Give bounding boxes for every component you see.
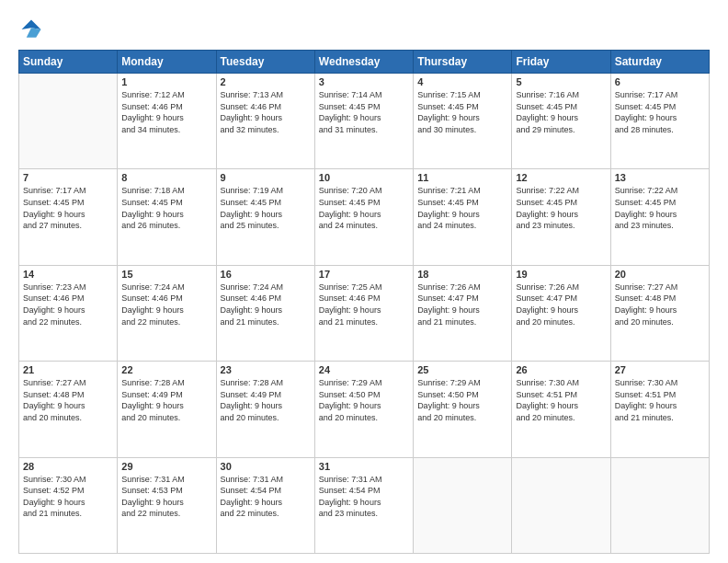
calendar-cell: 21Sunrise: 7:27 AM Sunset: 4:48 PM Dayli… xyxy=(19,362,118,457)
day-info: Sunrise: 7:16 AM Sunset: 4:45 PM Dayligh… xyxy=(516,89,606,135)
calendar-cell: 12Sunrise: 7:22 AM Sunset: 4:45 PM Dayli… xyxy=(512,169,610,265)
calendar-cell: 28Sunrise: 7:30 AM Sunset: 4:52 PM Dayli… xyxy=(19,457,118,553)
calendar-cell: 3Sunrise: 7:14 AM Sunset: 4:45 PM Daylig… xyxy=(314,74,413,169)
calendar-cell: 27Sunrise: 7:30 AM Sunset: 4:51 PM Dayli… xyxy=(610,362,709,457)
day-number: 28 xyxy=(23,461,113,472)
day-number: 20 xyxy=(615,269,705,280)
calendar-week-4: 28Sunrise: 7:30 AM Sunset: 4:52 PM Dayli… xyxy=(19,457,710,553)
day-info: Sunrise: 7:20 AM Sunset: 4:45 PM Dayligh… xyxy=(319,185,409,231)
day-info: Sunrise: 7:23 AM Sunset: 4:46 PM Dayligh… xyxy=(23,282,113,327)
day-number: 11 xyxy=(417,172,507,183)
day-number: 16 xyxy=(221,269,311,280)
day-number: 23 xyxy=(221,364,311,375)
day-number: 18 xyxy=(417,269,507,280)
day-info: Sunrise: 7:13 AM Sunset: 4:46 PM Dayligh… xyxy=(221,89,311,135)
day-info: Sunrise: 7:25 AM Sunset: 4:46 PM Dayligh… xyxy=(319,282,409,327)
weekday-header-monday: Monday xyxy=(118,51,216,74)
calendar-cell: 17Sunrise: 7:25 AM Sunset: 4:46 PM Dayli… xyxy=(314,265,413,361)
day-number: 14 xyxy=(23,269,113,280)
weekday-header-thursday: Thursday xyxy=(414,51,512,74)
day-number: 13 xyxy=(615,172,705,183)
day-number: 22 xyxy=(121,364,211,375)
day-info: Sunrise: 7:31 AM Sunset: 4:54 PM Dayligh… xyxy=(319,474,409,520)
day-info: Sunrise: 7:28 AM Sunset: 4:49 PM Dayligh… xyxy=(121,377,211,423)
day-info: Sunrise: 7:19 AM Sunset: 4:45 PM Dayligh… xyxy=(221,185,311,231)
weekday-header-sunday: Sunday xyxy=(19,51,118,74)
weekday-header-friday: Friday xyxy=(512,51,610,74)
weekday-header-row: SundayMondayTuesdayWednesdayThursdayFrid… xyxy=(19,51,710,74)
calendar-cell: 4Sunrise: 7:15 AM Sunset: 4:45 PM Daylig… xyxy=(414,74,512,169)
calendar-cell: 13Sunrise: 7:22 AM Sunset: 4:45 PM Dayli… xyxy=(610,169,709,265)
page: SundayMondayTuesdayWednesdayThursdayFrid… xyxy=(0,0,728,563)
calendar-week-1: 7Sunrise: 7:17 AM Sunset: 4:45 PM Daylig… xyxy=(19,169,710,265)
day-number: 17 xyxy=(319,269,409,280)
day-info: Sunrise: 7:22 AM Sunset: 4:45 PM Dayligh… xyxy=(615,185,705,231)
day-info: Sunrise: 7:21 AM Sunset: 4:45 PM Dayligh… xyxy=(417,185,507,231)
calendar-header: SundayMondayTuesdayWednesdayThursdayFrid… xyxy=(19,51,710,74)
calendar-cell xyxy=(414,457,512,553)
weekday-header-saturday: Saturday xyxy=(610,51,709,74)
day-number: 24 xyxy=(319,364,409,375)
calendar-cell: 29Sunrise: 7:31 AM Sunset: 4:53 PM Dayli… xyxy=(118,457,216,553)
calendar-cell: 9Sunrise: 7:19 AM Sunset: 4:45 PM Daylig… xyxy=(216,169,314,265)
day-number: 12 xyxy=(516,172,606,183)
day-info: Sunrise: 7:29 AM Sunset: 4:50 PM Dayligh… xyxy=(417,377,507,423)
calendar-table: SundayMondayTuesdayWednesdayThursdayFrid… xyxy=(18,50,710,554)
calendar-cell: 10Sunrise: 7:20 AM Sunset: 4:45 PM Dayli… xyxy=(314,169,413,265)
calendar-cell: 1Sunrise: 7:12 AM Sunset: 4:46 PM Daylig… xyxy=(118,74,216,169)
day-info: Sunrise: 7:30 AM Sunset: 4:52 PM Dayligh… xyxy=(23,474,113,520)
weekday-header-tuesday: Tuesday xyxy=(216,51,314,74)
calendar-cell: 16Sunrise: 7:24 AM Sunset: 4:46 PM Dayli… xyxy=(216,265,314,361)
calendar-cell: 23Sunrise: 7:28 AM Sunset: 4:49 PM Dayli… xyxy=(216,362,314,457)
day-info: Sunrise: 7:30 AM Sunset: 4:51 PM Dayligh… xyxy=(516,377,606,423)
day-info: Sunrise: 7:27 AM Sunset: 4:48 PM Dayligh… xyxy=(23,377,113,423)
day-info: Sunrise: 7:30 AM Sunset: 4:51 PM Dayligh… xyxy=(615,377,705,423)
day-info: Sunrise: 7:26 AM Sunset: 4:47 PM Dayligh… xyxy=(417,282,507,327)
calendar-cell: 24Sunrise: 7:29 AM Sunset: 4:50 PM Dayli… xyxy=(314,362,413,457)
day-number: 4 xyxy=(417,76,507,87)
day-info: Sunrise: 7:31 AM Sunset: 4:54 PM Dayligh… xyxy=(221,474,311,520)
calendar-week-0: 1Sunrise: 7:12 AM Sunset: 4:46 PM Daylig… xyxy=(19,74,710,169)
day-number: 30 xyxy=(221,461,311,472)
calendar-body: 1Sunrise: 7:12 AM Sunset: 4:46 PM Daylig… xyxy=(19,74,710,554)
day-info: Sunrise: 7:24 AM Sunset: 4:46 PM Dayligh… xyxy=(121,282,211,327)
calendar-cell: 8Sunrise: 7:18 AM Sunset: 4:45 PM Daylig… xyxy=(118,169,216,265)
day-number: 2 xyxy=(221,76,311,87)
day-number: 6 xyxy=(615,76,705,87)
day-number: 25 xyxy=(417,364,507,375)
calendar-week-3: 21Sunrise: 7:27 AM Sunset: 4:48 PM Dayli… xyxy=(19,362,710,457)
weekday-header-wednesday: Wednesday xyxy=(314,51,413,74)
day-number: 26 xyxy=(516,364,606,375)
day-number: 8 xyxy=(121,172,211,183)
calendar-cell: 20Sunrise: 7:27 AM Sunset: 4:48 PM Dayli… xyxy=(610,265,709,361)
logo-icon xyxy=(18,17,44,42)
calendar-cell: 6Sunrise: 7:17 AM Sunset: 4:45 PM Daylig… xyxy=(610,74,709,169)
day-info: Sunrise: 7:31 AM Sunset: 4:53 PM Dayligh… xyxy=(121,474,211,520)
svg-marker-1 xyxy=(27,28,41,38)
day-number: 7 xyxy=(23,172,113,183)
day-info: Sunrise: 7:18 AM Sunset: 4:45 PM Dayligh… xyxy=(121,185,211,231)
day-number: 31 xyxy=(319,461,409,472)
day-number: 15 xyxy=(121,269,211,280)
day-number: 21 xyxy=(23,364,113,375)
calendar-cell: 11Sunrise: 7:21 AM Sunset: 4:45 PM Dayli… xyxy=(414,169,512,265)
day-info: Sunrise: 7:22 AM Sunset: 4:45 PM Dayligh… xyxy=(516,185,606,231)
day-number: 27 xyxy=(615,364,705,375)
calendar-cell: 30Sunrise: 7:31 AM Sunset: 4:54 PM Dayli… xyxy=(216,457,314,553)
day-info: Sunrise: 7:28 AM Sunset: 4:49 PM Dayligh… xyxy=(221,377,311,423)
day-info: Sunrise: 7:26 AM Sunset: 4:47 PM Dayligh… xyxy=(516,282,606,327)
day-info: Sunrise: 7:12 AM Sunset: 4:46 PM Dayligh… xyxy=(121,89,211,135)
calendar-cell: 15Sunrise: 7:24 AM Sunset: 4:46 PM Dayli… xyxy=(118,265,216,361)
day-number: 5 xyxy=(516,76,606,87)
day-number: 3 xyxy=(319,76,409,87)
day-number: 10 xyxy=(319,172,409,183)
calendar-cell: 31Sunrise: 7:31 AM Sunset: 4:54 PM Dayli… xyxy=(314,457,413,553)
calendar-cell: 5Sunrise: 7:16 AM Sunset: 4:45 PM Daylig… xyxy=(512,74,610,169)
calendar-week-2: 14Sunrise: 7:23 AM Sunset: 4:46 PM Dayli… xyxy=(19,265,710,361)
logo xyxy=(18,17,48,42)
day-info: Sunrise: 7:17 AM Sunset: 4:45 PM Dayligh… xyxy=(23,185,113,231)
day-info: Sunrise: 7:27 AM Sunset: 4:48 PM Dayligh… xyxy=(615,282,705,327)
day-number: 29 xyxy=(121,461,211,472)
day-info: Sunrise: 7:15 AM Sunset: 4:45 PM Dayligh… xyxy=(417,89,507,135)
calendar-cell: 22Sunrise: 7:28 AM Sunset: 4:49 PM Dayli… xyxy=(118,362,216,457)
